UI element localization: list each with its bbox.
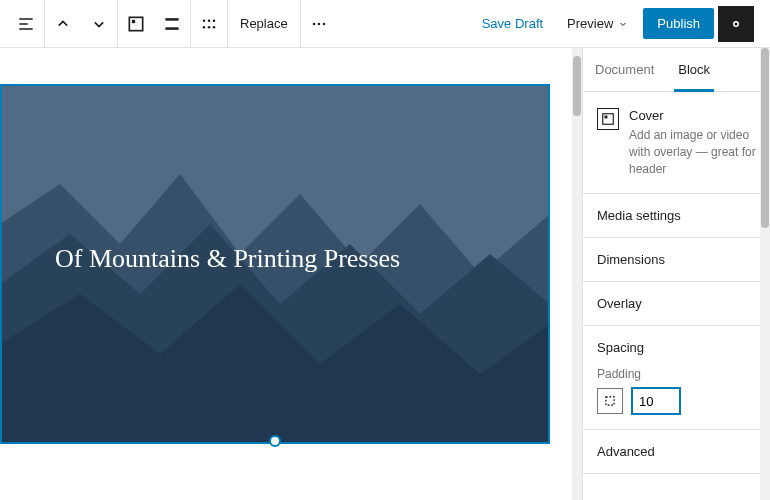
tab-block[interactable]: Block (666, 48, 722, 91)
block-toolbar: Replace Save Draft Preview Publish (0, 0, 770, 48)
content-position-button[interactable] (118, 6, 154, 42)
chevron-down-icon (617, 18, 629, 30)
width-button[interactable] (191, 6, 227, 42)
section-dimensions[interactable]: Dimensions (583, 238, 770, 282)
svg-rect-1 (132, 19, 135, 22)
svg-rect-3 (165, 27, 178, 30)
editor-scrollbar[interactable] (572, 48, 582, 500)
padding-label: Padding (597, 367, 756, 381)
svg-rect-17 (606, 397, 614, 405)
svg-point-8 (208, 26, 211, 29)
unlink-icon (603, 394, 617, 408)
preview-button[interactable]: Preview (557, 8, 639, 39)
replace-button[interactable]: Replace (228, 0, 300, 48)
cover-heading[interactable]: Of Mountains & Printing Presses (55, 244, 400, 274)
svg-point-13 (734, 21, 739, 26)
section-overlay[interactable]: Overlay (583, 282, 770, 326)
settings-sidebar: Document Block Cover Add an image or vid… (582, 48, 770, 500)
move-down-button[interactable] (81, 6, 117, 42)
move-up-button[interactable] (45, 6, 81, 42)
svg-point-9 (213, 26, 216, 29)
grid-dots-icon (199, 14, 219, 34)
gear-icon (727, 15, 745, 33)
svg-point-11 (317, 22, 320, 25)
sidebar-tabs: Document Block (583, 48, 770, 92)
section-spacing: Spacing Padding (583, 326, 770, 429)
svg-point-6 (213, 19, 216, 22)
position-icon (126, 14, 146, 34)
align-button[interactable] (8, 6, 44, 42)
cover-block[interactable]: Of Mountains & Printing Presses (0, 84, 550, 444)
tab-document[interactable]: Document (583, 48, 666, 91)
svg-point-5 (208, 19, 211, 22)
scrollbar-thumb[interactable] (573, 56, 581, 116)
block-description: Add an image or video with overlay — gre… (629, 127, 756, 177)
ellipsis-icon (309, 14, 329, 34)
sidebar-scrollbar[interactable] (760, 48, 770, 500)
padding-link-button[interactable] (597, 388, 623, 414)
full-height-button[interactable] (154, 6, 190, 42)
section-media-settings[interactable]: Media settings (583, 194, 770, 238)
chevron-up-icon (53, 14, 73, 34)
svg-rect-0 (129, 17, 142, 30)
save-draft-button[interactable]: Save Draft (472, 8, 553, 39)
section-advanced[interactable]: Advanced (583, 429, 770, 474)
cover-block-icon (597, 108, 619, 130)
svg-rect-15 (603, 114, 614, 125)
block-title: Cover (629, 108, 756, 123)
full-height-icon (162, 14, 182, 34)
block-info-panel: Cover Add an image or video with overlay… (583, 92, 770, 194)
publish-button[interactable]: Publish (643, 8, 714, 39)
spacing-heading: Spacing (597, 340, 756, 355)
settings-button[interactable] (718, 6, 754, 42)
svg-point-12 (322, 22, 325, 25)
editor-canvas[interactable]: Of Mountains & Printing Presses (0, 48, 582, 500)
scrollbar-thumb[interactable] (761, 48, 769, 228)
svg-point-7 (203, 26, 206, 29)
svg-rect-16 (605, 116, 608, 119)
svg-point-4 (203, 19, 206, 22)
align-icon (16, 14, 36, 34)
chevron-down-icon (89, 14, 109, 34)
svg-rect-2 (165, 18, 178, 21)
svg-point-10 (312, 22, 315, 25)
more-options-button[interactable] (301, 6, 337, 42)
padding-input[interactable] (631, 387, 681, 415)
